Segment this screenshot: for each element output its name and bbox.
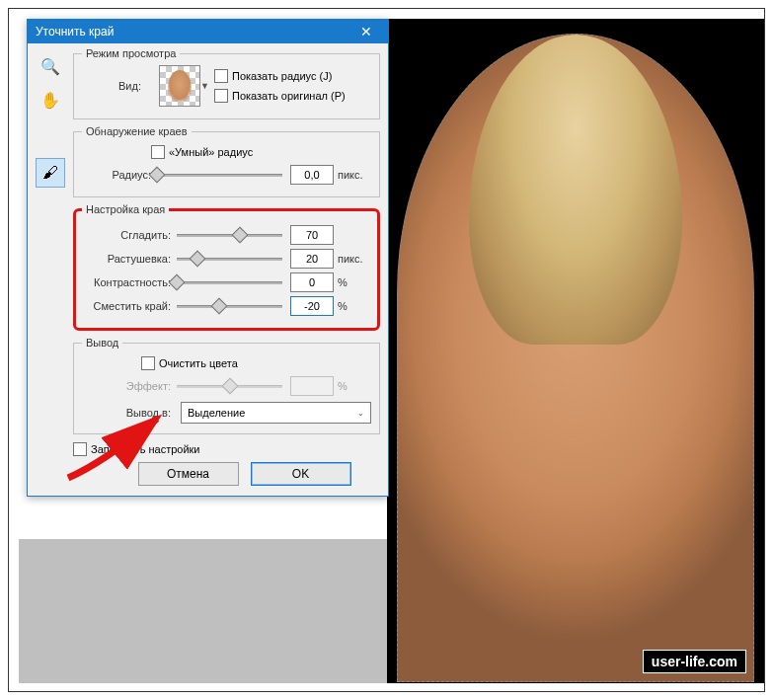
- close-icon: ✕: [360, 24, 372, 39]
- effect-unit: %: [338, 380, 371, 392]
- view-label: Вид:: [82, 80, 147, 92]
- output-group: Вывод Очистить цвета Эффект: %: [73, 337, 380, 434]
- ok-button[interactable]: OK: [251, 462, 351, 486]
- contrast-label: Контрастность:: [82, 276, 177, 288]
- feather-input[interactable]: 20: [290, 249, 334, 269]
- shift-slider[interactable]: [177, 299, 282, 313]
- close-button[interactable]: ✕: [347, 20, 386, 43]
- shift-unit: %: [338, 300, 371, 312]
- show-radius-checkbox[interactable]: Показать радиус (J): [214, 69, 346, 83]
- cleanup-checkbox[interactable]: Очистить цвета: [141, 356, 238, 370]
- document-canvas[interactable]: [387, 19, 764, 683]
- contrast-slider[interactable]: [177, 275, 282, 289]
- edge-legend: Обнаружение краев: [82, 125, 192, 137]
- output-to-select[interactable]: Выделение ⌄: [181, 402, 371, 424]
- smart-radius-label: «Умный» радиус: [169, 146, 253, 158]
- output-to-value: Выделение: [188, 407, 245, 419]
- feather-label: Растушевка:: [82, 253, 177, 265]
- view-mode-group: Режим просмотра Вид: ▼ Показать радиус (…: [73, 47, 380, 119]
- titlebar: Уточнить край ✕: [28, 20, 388, 43]
- chevron-down-icon: ▼: [200, 81, 209, 91]
- watermark: user-life.com: [643, 650, 746, 673]
- output-legend: Вывод: [82, 337, 122, 349]
- contrast-unit: %: [338, 276, 371, 288]
- edge-detection-group: Обнаружение краев «Умный» радиус Радиус:…: [73, 125, 380, 197]
- zoom-tool[interactable]: 🔍: [36, 51, 65, 81]
- adjust-edge-group: Настройка края Сгладить: 70 Растушевка:: [73, 203, 380, 331]
- view-legend: Режим просмотра: [82, 47, 180, 59]
- adjust-legend: Настройка края: [82, 203, 169, 215]
- feather-unit: пикс.: [338, 253, 371, 265]
- view-thumbnail[interactable]: ▼: [159, 65, 200, 107]
- feather-slider[interactable]: [177, 252, 282, 266]
- contrast-input[interactable]: 0: [290, 272, 334, 292]
- smart-radius-checkbox[interactable]: «Умный» радиус: [151, 145, 253, 159]
- show-radius-label: Показать радиус (J): [232, 70, 332, 82]
- chevron-down-icon: ⌄: [357, 409, 364, 418]
- show-original-checkbox[interactable]: Показать оригинал (P): [214, 89, 346, 103]
- radius-unit: пикс.: [338, 169, 371, 181]
- dialog-title: Уточнить край: [36, 25, 347, 39]
- radius-slider[interactable]: [157, 168, 282, 182]
- output-to-label: Вывод в:: [82, 407, 177, 419]
- effect-input: [290, 376, 334, 396]
- hand-icon: ✋: [40, 91, 60, 110]
- refine-brush-tool[interactable]: 🖌: [36, 158, 65, 188]
- brush-icon: 🖌: [42, 164, 58, 182]
- cleanup-label: Очистить цвета: [159, 357, 238, 369]
- shift-label: Сместить край:: [82, 300, 177, 312]
- remember-label: Запомнить настройки: [91, 443, 200, 455]
- show-original-label: Показать оригинал (P): [232, 90, 346, 102]
- effect-label: Эффект:: [82, 380, 177, 392]
- effect-slider: [177, 379, 282, 393]
- magnifier-icon: 🔍: [40, 57, 60, 76]
- cancel-button[interactable]: Отмена: [138, 462, 239, 486]
- smooth-slider[interactable]: [177, 228, 282, 242]
- remember-checkbox[interactable]: Запомнить настройки: [73, 442, 200, 456]
- refine-edge-dialog: Уточнить край ✕ 🔍 ✋ 🖌 Режим просмотра Ви…: [27, 19, 389, 497]
- smooth-label: Сгладить:: [82, 229, 177, 241]
- radius-input[interactable]: 0,0: [290, 165, 334, 185]
- radius-label: Радиус:: [82, 169, 157, 181]
- image-selection: [397, 34, 754, 682]
- hand-tool[interactable]: ✋: [36, 85, 65, 115]
- smooth-input[interactable]: 70: [290, 225, 334, 245]
- shift-input[interactable]: -20: [290, 296, 334, 316]
